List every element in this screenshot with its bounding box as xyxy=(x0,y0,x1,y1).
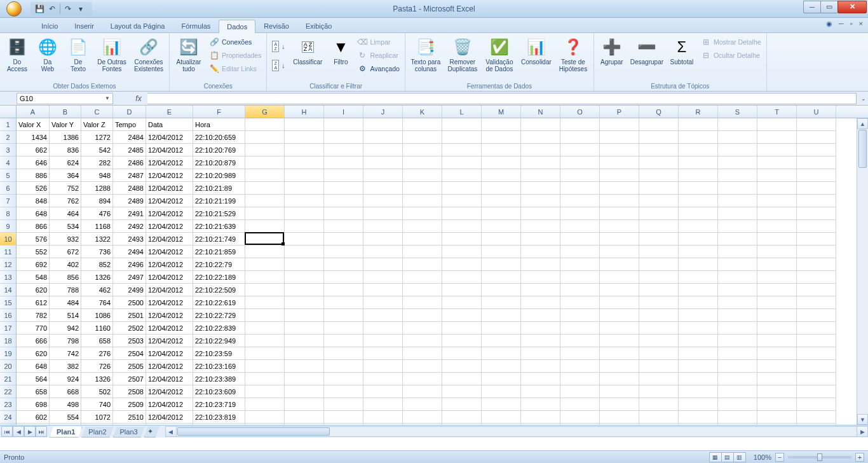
cell-A23[interactable]: 698 xyxy=(17,398,50,411)
scroll-left-icon[interactable]: ◀ xyxy=(166,427,177,436)
cell-C9[interactable]: 1168 xyxy=(81,220,113,233)
cell-B18[interactable]: 798 xyxy=(50,335,81,347)
cell-F1[interactable]: Hora xyxy=(193,118,245,131)
cell-K25[interactable] xyxy=(403,424,442,425)
cell-O11[interactable] xyxy=(560,245,600,258)
cell-M21[interactable] xyxy=(482,373,521,385)
cell-U13[interactable] xyxy=(797,271,836,284)
cell-J13[interactable] xyxy=(363,271,403,284)
from-text-button[interactable]: 📄DeTexto xyxy=(64,34,93,73)
view-layout-button[interactable]: ▤ xyxy=(721,452,734,462)
cell-A5[interactable]: 886 xyxy=(17,169,50,182)
cell-K15[interactable] xyxy=(403,296,442,309)
cell-P5[interactable] xyxy=(600,169,639,182)
cell-O20[interactable] xyxy=(560,360,600,373)
cell-J12[interactable] xyxy=(363,258,403,271)
cell-M16[interactable] xyxy=(482,309,521,322)
cell-L4[interactable] xyxy=(442,156,482,169)
cell-K10[interactable] xyxy=(403,233,442,245)
close-button[interactable] xyxy=(837,1,867,13)
cell-C15[interactable]: 764 xyxy=(81,296,113,309)
cell-R10[interactable] xyxy=(679,233,718,245)
cell-Q8[interactable] xyxy=(639,207,679,220)
cell-M3[interactable] xyxy=(482,144,521,156)
row-header-13[interactable]: 13 xyxy=(0,271,16,284)
row-header-8[interactable]: 8 xyxy=(0,207,16,220)
cell-B2[interactable]: 1386 xyxy=(50,131,81,144)
row-header-4[interactable]: 4 xyxy=(0,156,16,169)
cell-D15[interactable]: 2500 xyxy=(113,296,146,309)
cell-A3[interactable]: 662 xyxy=(17,144,50,156)
cell-B24[interactable]: 554 xyxy=(50,411,81,424)
cell-U24[interactable] xyxy=(797,411,836,424)
new-sheet-button[interactable]: ✦ xyxy=(144,426,159,438)
data-validation-button[interactable]: ✅Validaçãode Dados xyxy=(482,34,517,73)
cell-U21[interactable] xyxy=(797,373,836,385)
cell-T8[interactable] xyxy=(757,207,797,220)
col-header-I[interactable]: I xyxy=(324,106,363,118)
cell-L19[interactable] xyxy=(442,347,482,360)
row-header-10[interactable]: 10 xyxy=(0,233,16,245)
remove-dup-button[interactable]: 🗑️RemoverDuplicatas xyxy=(445,34,480,73)
cell-A15[interactable]: 612 xyxy=(17,296,50,309)
cell-B6[interactable]: 752 xyxy=(50,182,81,195)
cell-H25[interactable] xyxy=(285,424,324,425)
cell-M15[interactable] xyxy=(482,296,521,309)
cell-B5[interactable]: 364 xyxy=(50,169,81,182)
cell-E5[interactable]: 12/04/2012 xyxy=(146,169,193,182)
from-web-button[interactable]: 🌐DaWeb xyxy=(33,34,62,73)
cell-G5[interactable] xyxy=(245,169,285,182)
cell-L23[interactable] xyxy=(442,398,482,411)
cell-O6[interactable] xyxy=(560,182,600,195)
cell-C21[interactable]: 1326 xyxy=(81,373,113,385)
qat-customize-icon[interactable]: ▾ xyxy=(76,4,86,14)
cell-E14[interactable]: 12/04/2012 xyxy=(146,284,193,296)
cell-N7[interactable] xyxy=(521,195,560,207)
row-header-5[interactable]: 5 xyxy=(0,169,16,182)
cell-T1[interactable] xyxy=(757,118,797,131)
cell-L15[interactable] xyxy=(442,296,482,309)
cell-T17[interactable] xyxy=(757,322,797,335)
cell-U20[interactable] xyxy=(797,360,836,373)
scroll-up-icon[interactable]: ▲ xyxy=(857,118,868,129)
cell-M4[interactable] xyxy=(482,156,521,169)
cell-L13[interactable] xyxy=(442,271,482,284)
from-other-button[interactable]: 📊De OutrasFontes xyxy=(94,34,130,73)
cell-F10[interactable]: 22:10:21:749 xyxy=(193,233,245,245)
cell-I5[interactable] xyxy=(324,169,363,182)
cell-Q22[interactable] xyxy=(639,385,679,398)
cell-I9[interactable] xyxy=(324,220,363,233)
cell-L11[interactable] xyxy=(442,245,482,258)
cell-S4[interactable] xyxy=(718,156,757,169)
cell-A21[interactable]: 564 xyxy=(17,373,50,385)
cell-S25[interactable] xyxy=(718,424,757,425)
cell-H12[interactable] xyxy=(285,258,324,271)
cell-D25[interactable]: 2511 xyxy=(113,424,146,425)
cell-A11[interactable]: 552 xyxy=(17,245,50,258)
cell-J20[interactable] xyxy=(363,360,403,373)
row-header-21[interactable]: 21 xyxy=(0,373,16,385)
cell-G11[interactable] xyxy=(245,245,285,258)
cell-H23[interactable] xyxy=(285,398,324,411)
expand-formula-bar-icon[interactable]: ⌄ xyxy=(859,95,868,102)
cell-N16[interactable] xyxy=(521,309,560,322)
cell-B3[interactable]: 836 xyxy=(50,144,81,156)
cell-Q4[interactable] xyxy=(639,156,679,169)
cell-L14[interactable] xyxy=(442,284,482,296)
cell-M18[interactable] xyxy=(482,335,521,347)
row-header-23[interactable]: 23 xyxy=(0,398,16,411)
cell-B8[interactable]: 464 xyxy=(50,207,81,220)
cell-S7[interactable] xyxy=(718,195,757,207)
cell-G13[interactable] xyxy=(245,271,285,284)
row-header-15[interactable]: 15 xyxy=(0,296,16,309)
cell-T7[interactable] xyxy=(757,195,797,207)
cell-B14[interactable]: 788 xyxy=(50,284,81,296)
cell-P4[interactable] xyxy=(600,156,639,169)
cell-N17[interactable] xyxy=(521,322,560,335)
cell-H16[interactable] xyxy=(285,309,324,322)
cell-N1[interactable] xyxy=(521,118,560,131)
col-header-A[interactable]: A xyxy=(17,106,50,118)
cell-I24[interactable] xyxy=(324,411,363,424)
cell-M22[interactable] xyxy=(482,385,521,398)
cell-E23[interactable]: 12/04/2012 xyxy=(146,398,193,411)
